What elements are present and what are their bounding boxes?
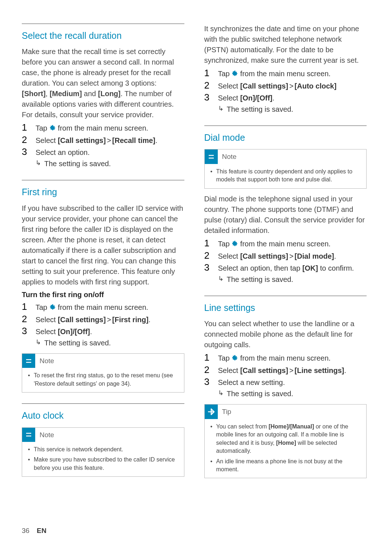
note-item: This feature is country dependent and on… <box>210 168 362 184</box>
section-title: Line settings <box>204 301 367 314</box>
section-dial-mode: Dial mode Note This feature is country d… <box>204 126 367 285</box>
paragraph: It synchronizes the date and time on you… <box>204 24 367 66</box>
page-footer: 36 EN <box>22 515 367 536</box>
nav-path: [Call settings] <box>58 316 106 324</box>
nav-path: [Call settings] <box>240 252 288 260</box>
left-column: Select the recall duration Make sure tha… <box>22 24 184 515</box>
result-line: ↳ The setting is saved. <box>218 274 367 285</box>
step-3: 3 Select [On]/[Off]. <box>204 92 367 103</box>
step-number: 3 <box>22 326 36 336</box>
note-item: This service is network dependent. <box>27 446 179 454</box>
step-number: 2 <box>22 314 36 324</box>
result-arrow-icon: ↳ <box>218 389 227 398</box>
section-divider <box>204 296 367 296</box>
step-number: 3 <box>204 262 218 273</box>
step-number: 1 <box>204 352 218 363</box>
step-1: 1 Tap from the main menu screen. <box>22 122 184 134</box>
section-auto-clock-continued: It synchronizes the date and time on you… <box>204 24 367 115</box>
svg-rect-0 <box>26 359 31 360</box>
step-3: 3 Select an option. <box>22 147 184 158</box>
step-number: 3 <box>22 147 36 157</box>
right-column: It synchronizes the date and time on you… <box>204 24 367 515</box>
step-3: 3 Select an option, then tap [OK] to con… <box>204 262 367 274</box>
tip-item: An idle line means a phone line is not b… <box>210 457 362 474</box>
section-first-ring: First ring If you have subscribed to the… <box>22 180 184 393</box>
nav-path: [Recall time] <box>112 136 155 144</box>
step-2: 2 Select [Call settings]>[Auto clock] <box>204 80 367 91</box>
nav-path: [Call settings] <box>240 82 288 90</box>
gear-icon <box>232 239 238 250</box>
gear-icon <box>232 69 238 79</box>
svg-rect-2 <box>26 433 31 434</box>
step-1: 1 Tap from the main menu screen. <box>204 238 367 250</box>
step-2: 2 Select [Call settings]>[Recall time]. <box>22 135 184 146</box>
section-title: Select the recall duration <box>22 29 184 42</box>
option: [OK] <box>302 264 318 272</box>
step-1: 1 Tap from the main menu screen. <box>204 68 367 79</box>
steps-list: 1 Tap from the main menu screen. 2 Selec… <box>204 68 367 115</box>
tip-item: You can select from [Home]/[Manual] or o… <box>210 423 362 455</box>
page-number: 36 <box>22 526 29 536</box>
step-number: 1 <box>204 68 218 78</box>
svg-rect-4 <box>209 155 214 156</box>
note-item: Make sure you have subscribed to the cal… <box>27 456 179 472</box>
section-title: Auto clock <box>22 409 184 422</box>
nav-path: [First ring] <box>112 316 148 324</box>
note-label: Note <box>218 149 241 164</box>
section-line-settings: Line settings You can select whether to … <box>204 296 367 478</box>
steps-list: 1 Tap from the main menu screen. 2 Selec… <box>22 122 184 169</box>
nav-path: [Auto clock] <box>295 82 337 90</box>
step-2: 2 Select [Call settings]>[Dial mode]. <box>204 250 367 262</box>
section-divider <box>22 180 184 180</box>
section-divider <box>22 24 184 24</box>
step-3: 3 Select a new setting. <box>204 377 367 388</box>
tip-box: Tip You can select from [Home]/[Manual] … <box>204 404 367 478</box>
note-box: Note This service is network dependent. … <box>22 427 184 477</box>
result-arrow-icon: ↳ <box>218 104 227 113</box>
steps-list: 1 Tap from the main menu screen. 2 Selec… <box>22 301 184 348</box>
section-title: Dial mode <box>204 131 367 144</box>
page-language: EN <box>37 526 46 536</box>
step-number: 3 <box>204 92 218 103</box>
step-1: 1 Tap from the main menu screen. <box>204 352 367 364</box>
nav-path: [Line settings] <box>295 366 344 374</box>
tip-icon <box>205 405 218 419</box>
note-label: Note <box>35 428 58 442</box>
svg-rect-1 <box>26 362 31 363</box>
result-arrow-icon: ↳ <box>36 338 44 347</box>
step-number: 2 <box>204 365 218 375</box>
option-long: [Long] <box>98 90 121 98</box>
step-number: 1 <box>22 301 36 312</box>
section-title: First ring <box>22 185 184 198</box>
nav-path: [Dial mode] <box>295 252 334 260</box>
result-line: ↳ The setting is saved. <box>36 338 184 348</box>
nav-path: [Call settings] <box>240 366 288 374</box>
note-box: Note To reset the first ring status, go … <box>22 353 184 393</box>
step-number: 1 <box>22 122 36 133</box>
step-number: 1 <box>204 238 218 249</box>
section-divider <box>204 126 367 126</box>
svg-rect-3 <box>26 436 31 437</box>
step-number: 2 <box>204 80 218 91</box>
steps-list: 1 Tap from the main menu screen. 2 Selec… <box>204 238 367 285</box>
note-icon <box>22 428 35 442</box>
tip-label: Tip <box>218 405 236 419</box>
result-arrow-icon: ↳ <box>218 274 227 283</box>
svg-rect-5 <box>209 158 214 159</box>
option: [On]/[Off] <box>240 94 273 102</box>
result-line: ↳ The setting is saved. <box>36 159 184 169</box>
steps-list: 1 Tap from the main menu screen. 2 Selec… <box>204 352 367 399</box>
note-label: Note <box>35 354 58 368</box>
note-box: Note This feature is country dependent a… <box>204 149 367 188</box>
gear-icon <box>49 123 56 134</box>
step-number: 3 <box>204 377 218 387</box>
step-number: 2 <box>204 250 218 261</box>
result-line: ↳ The setting is saved. <box>218 104 367 115</box>
step-2: 2 Select [Call settings]>[First ring]. <box>22 314 184 325</box>
step-number: 2 <box>22 135 36 145</box>
paragraph: Dial mode is the telephone signal used i… <box>204 194 367 236</box>
step-1: 1 Tap from the main menu screen. <box>22 301 184 313</box>
paragraph: You can select whether to use the landli… <box>204 319 367 350</box>
result-arrow-icon: ↳ <box>36 159 44 168</box>
step-3: 3 Select [On]/[Off]. <box>22 326 184 337</box>
